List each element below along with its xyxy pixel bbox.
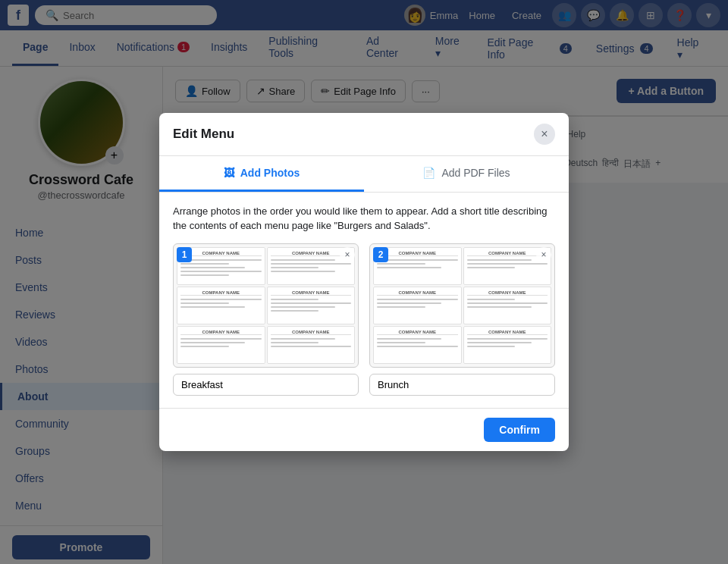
doc-page-10: COMPANY NAME	[463, 287, 552, 324]
pdf-tab-label: Add PDF Files	[441, 167, 510, 179]
menu-preview-2: COMPANY NAME COMPANY NAME	[370, 244, 554, 367]
modal-tab-add-pdf[interactable]: 📄 Add PDF Files	[364, 156, 569, 192]
photo-number-2: 2	[373, 247, 388, 262]
photo-tab-label: Add Photos	[240, 167, 300, 179]
modal-header: Edit Menu ×	[159, 113, 569, 156]
doc-page-9: COMPANY NAME	[373, 287, 462, 324]
modal-tabs: 🖼 Add Photos 📄 Add PDF Files	[159, 156, 569, 193]
modal-title: Edit Menu	[173, 127, 234, 142]
photo-close-2[interactable]: ×	[536, 247, 551, 262]
modal-close-button[interactable]: ×	[534, 124, 555, 145]
modal-footer: Confirm	[159, 408, 569, 451]
menu-preview-1: COMPANY NAME COMPANY NAME	[174, 244, 358, 367]
doc-page-5: COMPANY NAME	[177, 326, 265, 364]
modal-overlay[interactable]: Edit Menu × 🖼 Add Photos 📄 Add PDF Files…	[0, 0, 728, 564]
menu-photo-item-2: 2 × COMPANY NAME COMPANY N	[369, 243, 555, 396]
doc-page-12: COMPANY NAME	[463, 326, 552, 364]
confirm-button[interactable]: Confirm	[484, 418, 555, 442]
edit-menu-modal: Edit Menu × 🖼 Add Photos 📄 Add PDF Files…	[159, 113, 569, 450]
doc-page-3: COMPANY NAME	[177, 287, 265, 324]
photo-slot-1: 1 × COMPANY NAME	[173, 243, 359, 368]
modal-body: Arrange photos in the order you would li…	[159, 193, 569, 407]
doc-page-6: COMPANY NAME	[267, 326, 356, 364]
menu-photos-grid: 1 × COMPANY NAME	[173, 243, 555, 396]
doc-page-4: COMPANY NAME	[267, 287, 356, 324]
photo-tab-icon: 🖼	[224, 167, 234, 179]
modal-description: Arrange photos in the order you would li…	[173, 205, 555, 232]
pdf-tab-icon: 📄	[422, 167, 435, 179]
doc-page-11: COMPANY NAME	[373, 326, 462, 364]
photo-number-1: 1	[177, 247, 192, 262]
photo-close-1[interactable]: ×	[340, 247, 355, 262]
photo-slot-2: 2 × COMPANY NAME COMPANY N	[369, 243, 555, 368]
photo-label-input-1[interactable]	[173, 374, 359, 396]
photo-label-input-2[interactable]	[369, 374, 555, 396]
modal-tab-add-photos[interactable]: 🖼 Add Photos	[159, 156, 364, 192]
menu-photo-item-1: 1 × COMPANY NAME	[173, 243, 359, 396]
